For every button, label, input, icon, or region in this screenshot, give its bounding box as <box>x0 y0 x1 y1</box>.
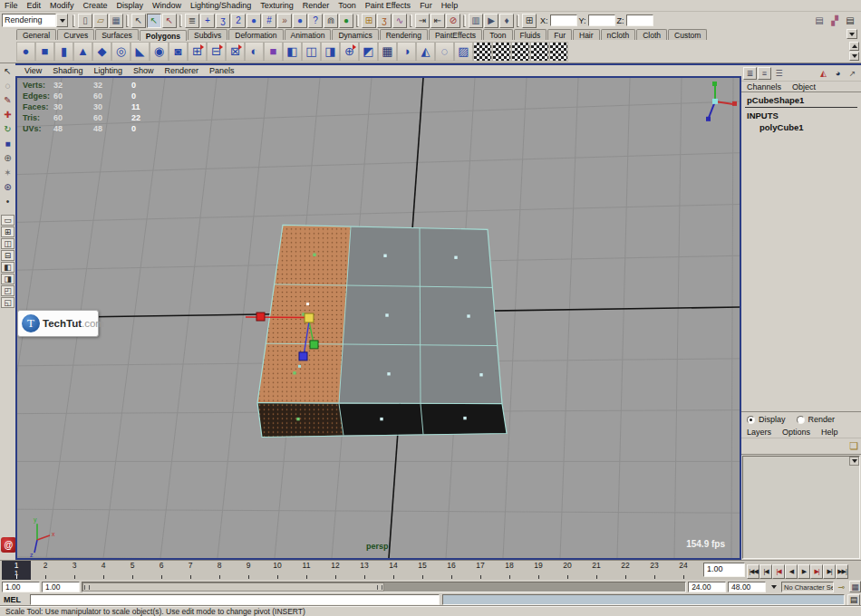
play-backwards-button[interactable]: ◀ <box>785 564 798 579</box>
channel-box-menu-item[interactable]: Channels <box>741 82 787 91</box>
x-input[interactable] <box>550 14 577 26</box>
menu-item[interactable]: Edit <box>23 0 46 12</box>
selected-node-name[interactable]: pCubeShape1 <box>745 94 857 108</box>
playback-start-field[interactable]: 1.00 <box>42 582 80 592</box>
merge-vertices-button[interactable]: ⊕ <box>340 42 359 62</box>
shelf-tab[interactable]: Dynamics <box>332 29 378 40</box>
character-set-field[interactable]: No Character Set <box>781 582 834 592</box>
highlight-affected-button[interactable]: ● <box>339 14 353 28</box>
show-ui-elements-button[interactable]: ▤ <box>812 14 827 28</box>
flip-button[interactable]: ◭ <box>416 42 435 62</box>
layout-hypergraph-persp-button[interactable]: ◰ <box>1 285 15 296</box>
layer-menu-item[interactable]: Options <box>777 428 816 437</box>
shelf-tab[interactable]: Custom <box>668 29 707 40</box>
rotate-tool[interactable]: ↻ <box>1 122 15 136</box>
viewport-menu-item[interactable]: View <box>19 65 47 76</box>
frame-cell[interactable]: 8 <box>205 561 234 581</box>
separator[interactable] <box>356 14 359 27</box>
render-layers-radio[interactable]: Render <box>797 415 836 424</box>
z-input[interactable] <box>626 14 653 26</box>
animation-end-field[interactable]: 48.00 <box>728 582 766 592</box>
script-editor-button[interactable]: ▤ <box>847 594 860 606</box>
paint-select-tool[interactable]: ✎ <box>1 93 15 107</box>
shelf-tab[interactable]: nCloth <box>601 29 636 40</box>
range-slider-handle[interactable] <box>82 582 384 592</box>
menu-item[interactable]: Display <box>112 0 149 12</box>
character-set-menu-button[interactable] <box>768 581 779 592</box>
separator[interactable] <box>410 14 412 27</box>
frame-cell[interactable]: 3 <box>60 561 89 581</box>
frame-cell[interactable]: 14 <box>379 561 408 581</box>
frame-cell[interactable]: 23 <box>640 561 669 581</box>
frame-cell[interactable]: 21 <box>582 561 611 581</box>
play-forwards-button[interactable]: ▶ <box>798 564 810 579</box>
mel-input[interactable] <box>30 594 440 605</box>
save-scene-button[interactable]: ▦ <box>109 14 123 28</box>
frame-cell[interactable]: 18 <box>495 561 524 581</box>
layout-persp-graph-button[interactable]: ◱ <box>1 297 15 308</box>
shelf-tab[interactable]: PaintEffects <box>429 29 482 40</box>
combine-button[interactable]: ⊞ <box>188 42 207 62</box>
move-tool[interactable]: ✚ <box>1 108 15 121</box>
chevron-down-icon[interactable] <box>56 14 68 27</box>
lasso-select-tool[interactable]: ◌ <box>1 79 15 92</box>
poly-platonic-button[interactable]: ◙ <box>169 42 188 62</box>
poly-prism-button[interactable]: ◣ <box>131 42 150 62</box>
shelf-tab[interactable]: Rendering <box>380 29 428 40</box>
separator[interactable] <box>73 14 75 27</box>
time-slider-track[interactable]: 1 1 2 3 4 5 <box>0 561 700 581</box>
lock-selection-button[interactable]: ⋒ <box>324 14 338 28</box>
layout-outliner-persp-button[interactable]: ◨ <box>1 274 15 284</box>
poly-cube-mesh[interactable] <box>257 225 507 437</box>
menu-item[interactable]: Lighting/Shading <box>186 0 256 12</box>
menu-item[interactable]: Paint Effects <box>361 0 415 12</box>
viewport-menu-item[interactable]: Renderer <box>159 65 204 76</box>
animation-start-field[interactable]: 1.00 <box>2 582 40 592</box>
frame-cell[interactable]: 4 <box>89 561 118 581</box>
separator[interactable] <box>126 14 129 27</box>
frame-cell[interactable]: 5 <box>118 561 147 581</box>
viewport-menu-item[interactable]: Shading <box>47 65 88 76</box>
display-layers-radio[interactable]: Display <box>747 415 786 424</box>
frame-cell[interactable]: 12 <box>321 561 350 581</box>
poly-torus-button[interactable]: ◎ <box>111 42 131 62</box>
layout-three-split-button[interactable]: ◧ <box>1 262 15 273</box>
menu-item[interactable]: Texturing <box>256 0 298 12</box>
menu-item[interactable]: Fur <box>415 0 437 12</box>
highlight-selection-mode-button[interactable]: ≣ <box>185 14 199 28</box>
restore-ui-elements-button[interactable]: ▤ <box>843 14 857 28</box>
snap-to-curves-button[interactable]: ʒ <box>216 14 230 28</box>
menu-set-selector[interactable]: Rendering <box>2 14 68 28</box>
menu-item[interactable]: Window <box>148 0 186 12</box>
animation-preferences-button[interactable]: ▦ <box>849 581 861 592</box>
viewport-canvas[interactable]: xyz Verts: 32 32 0 <box>15 76 741 560</box>
separator[interactable] <box>517 14 519 27</box>
layer-scroll-icon[interactable] <box>849 457 859 466</box>
object-snap-button[interactable]: ● <box>293 14 307 28</box>
snap-to-points-button[interactable]: 2 <box>231 14 246 28</box>
layer-list[interactable] <box>742 456 860 559</box>
render-current-frame-button[interactable]: ▥ <box>469 14 483 28</box>
frame-cell[interactable]: 24 <box>669 561 698 581</box>
last-tool[interactable]: • <box>1 195 15 208</box>
menu-item[interactable]: Render <box>298 0 334 12</box>
layout-four-pane-button[interactable]: ⊞ <box>1 226 15 237</box>
poly-sphere-button[interactable]: ● <box>16 42 35 62</box>
frame-cell[interactable]: 17 <box>466 561 495 581</box>
shelf-menu-button[interactable] <box>846 29 857 39</box>
menu-item[interactable]: Modify <box>45 0 79 12</box>
frame-cell[interactable]: 6 <box>147 561 176 581</box>
frame-cell[interactable]: 9 <box>234 561 263 581</box>
no-live-surface-button[interactable]: ⊘ <box>446 14 460 28</box>
render-shelf-button-3[interactable] <box>511 42 530 62</box>
shelf-tab[interactable]: Hair <box>573 29 600 40</box>
field-entry-mode-button[interactable]: ⊞ <box>522 14 537 28</box>
render-shelf-button-4[interactable] <box>530 42 549 62</box>
sculpt-geometry-button[interactable]: ◌ <box>435 42 454 62</box>
input-connections-button[interactable]: ⊞ <box>362 14 376 28</box>
layout-layers-icon[interactable]: ☰ <box>772 67 786 80</box>
frame-cell[interactable]: 20 <box>553 561 582 581</box>
render-shelf-button-1[interactable] <box>473 42 492 62</box>
frame-cell[interactable]: 7 <box>176 561 205 581</box>
menu-item[interactable]: Help <box>437 0 463 12</box>
